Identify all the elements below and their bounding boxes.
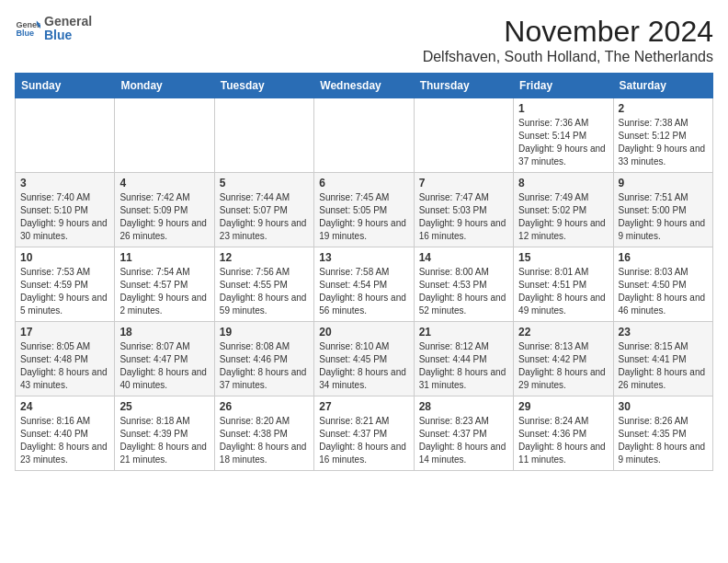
day-info: Sunrise: 7:58 AM Sunset: 4:54 PM Dayligh… xyxy=(319,266,408,317)
day-number: 23 xyxy=(619,326,708,339)
day-info: Sunrise: 8:26 AM Sunset: 4:35 PM Dayligh… xyxy=(619,415,708,466)
day-cell xyxy=(314,98,414,173)
day-info: Sunrise: 8:21 AM Sunset: 4:37 PM Dayligh… xyxy=(319,415,408,466)
weekday-header-saturday: Saturday xyxy=(613,74,712,98)
day-number: 29 xyxy=(518,400,608,413)
day-info: Sunrise: 7:54 AM Sunset: 4:57 PM Dayligh… xyxy=(119,266,209,317)
day-cell: 4Sunrise: 7:42 AM Sunset: 5:09 PM Daylig… xyxy=(115,173,214,247)
day-number: 18 xyxy=(119,326,209,339)
day-cell: 17Sunrise: 8:05 AM Sunset: 4:48 PM Dayli… xyxy=(16,322,115,396)
title-area: November 2024 Delfshaven, South Holland,… xyxy=(423,15,713,65)
weekday-header-tuesday: Tuesday xyxy=(214,74,313,98)
header: General Blue General Blue November 2024 … xyxy=(15,15,713,65)
day-cell xyxy=(115,98,214,173)
day-number: 14 xyxy=(419,251,508,264)
day-number: 17 xyxy=(20,326,109,339)
day-cell: 29Sunrise: 8:24 AM Sunset: 4:36 PM Dayli… xyxy=(514,396,613,471)
day-number: 27 xyxy=(319,400,408,413)
day-number: 1 xyxy=(518,102,608,115)
day-cell: 3Sunrise: 7:40 AM Sunset: 5:10 PM Daylig… xyxy=(16,173,115,247)
calendar-body: 1Sunrise: 7:36 AM Sunset: 5:14 PM Daylig… xyxy=(16,98,713,471)
weekday-row: SundayMondayTuesdayWednesdayThursdayFrid… xyxy=(16,74,713,98)
day-number: 15 xyxy=(518,251,608,264)
day-number: 28 xyxy=(419,400,508,413)
day-info: Sunrise: 8:00 AM Sunset: 4:53 PM Dayligh… xyxy=(419,266,508,317)
day-info: Sunrise: 8:12 AM Sunset: 4:44 PM Dayligh… xyxy=(419,340,508,392)
day-info: Sunrise: 8:20 AM Sunset: 4:38 PM Dayligh… xyxy=(220,415,309,466)
day-number: 11 xyxy=(119,251,209,264)
day-number: 26 xyxy=(220,400,309,413)
day-cell: 15Sunrise: 8:01 AM Sunset: 4:51 PM Dayli… xyxy=(514,247,613,322)
day-cell: 27Sunrise: 8:21 AM Sunset: 4:37 PM Dayli… xyxy=(314,396,414,471)
month-title: November 2024 xyxy=(423,15,713,49)
day-cell xyxy=(16,98,115,173)
day-cell xyxy=(214,98,313,173)
weekday-header-friday: Friday xyxy=(514,74,613,98)
day-cell: 21Sunrise: 8:12 AM Sunset: 4:44 PM Dayli… xyxy=(414,322,513,396)
day-info: Sunrise: 7:49 AM Sunset: 5:02 PM Dayligh… xyxy=(518,191,608,243)
day-cell: 23Sunrise: 8:15 AM Sunset: 4:41 PM Dayli… xyxy=(613,322,712,396)
day-cell: 24Sunrise: 8:16 AM Sunset: 4:40 PM Dayli… xyxy=(16,396,115,471)
day-info: Sunrise: 7:40 AM Sunset: 5:10 PM Dayligh… xyxy=(20,191,109,243)
day-cell: 25Sunrise: 8:18 AM Sunset: 4:39 PM Dayli… xyxy=(115,396,214,471)
day-info: Sunrise: 7:36 AM Sunset: 5:14 PM Dayligh… xyxy=(518,117,608,168)
day-cell: 7Sunrise: 7:47 AM Sunset: 5:03 PM Daylig… xyxy=(414,173,513,247)
day-info: Sunrise: 7:38 AM Sunset: 5:12 PM Dayligh… xyxy=(619,117,708,168)
day-cell: 30Sunrise: 8:26 AM Sunset: 4:35 PM Dayli… xyxy=(613,396,712,471)
day-info: Sunrise: 8:05 AM Sunset: 4:48 PM Dayligh… xyxy=(20,340,109,392)
day-info: Sunrise: 7:44 AM Sunset: 5:07 PM Dayligh… xyxy=(220,191,309,243)
day-cell: 2Sunrise: 7:38 AM Sunset: 5:12 PM Daylig… xyxy=(613,98,712,173)
day-info: Sunrise: 8:01 AM Sunset: 4:51 PM Dayligh… xyxy=(518,266,608,317)
day-cell: 16Sunrise: 8:03 AM Sunset: 4:50 PM Dayli… xyxy=(613,247,712,322)
weekday-header-wednesday: Wednesday xyxy=(314,74,414,98)
weekday-header-thursday: Thursday xyxy=(414,74,513,98)
day-cell: 19Sunrise: 8:08 AM Sunset: 4:46 PM Dayli… xyxy=(214,322,313,396)
logo-icon: General Blue xyxy=(15,16,40,41)
day-info: Sunrise: 7:47 AM Sunset: 5:03 PM Dayligh… xyxy=(419,191,508,243)
logo-line2: Blue xyxy=(44,29,92,42)
day-cell: 26Sunrise: 8:20 AM Sunset: 4:38 PM Dayli… xyxy=(214,396,313,471)
day-cell: 13Sunrise: 7:58 AM Sunset: 4:54 PM Dayli… xyxy=(314,247,414,322)
day-number: 3 xyxy=(20,177,109,190)
day-cell: 12Sunrise: 7:56 AM Sunset: 4:55 PM Dayli… xyxy=(214,247,313,322)
week-row-5: 24Sunrise: 8:16 AM Sunset: 4:40 PM Dayli… xyxy=(16,396,713,471)
day-number: 4 xyxy=(119,177,209,190)
week-row-2: 3Sunrise: 7:40 AM Sunset: 5:10 PM Daylig… xyxy=(16,173,713,247)
day-number: 24 xyxy=(20,400,109,413)
day-info: Sunrise: 8:16 AM Sunset: 4:40 PM Dayligh… xyxy=(20,415,109,466)
day-cell: 20Sunrise: 8:10 AM Sunset: 4:45 PM Dayli… xyxy=(314,322,414,396)
day-info: Sunrise: 8:08 AM Sunset: 4:46 PM Dayligh… xyxy=(220,340,309,392)
day-number: 6 xyxy=(319,177,408,190)
weekday-header-sunday: Sunday xyxy=(16,74,115,98)
day-number: 2 xyxy=(619,102,708,115)
day-number: 22 xyxy=(518,326,608,339)
day-info: Sunrise: 8:13 AM Sunset: 4:42 PM Dayligh… xyxy=(518,340,608,392)
day-cell: 6Sunrise: 7:45 AM Sunset: 5:05 PM Daylig… xyxy=(314,173,414,247)
day-cell: 11Sunrise: 7:54 AM Sunset: 4:57 PM Dayli… xyxy=(115,247,214,322)
day-cell: 8Sunrise: 7:49 AM Sunset: 5:02 PM Daylig… xyxy=(514,173,613,247)
day-info: Sunrise: 8:18 AM Sunset: 4:39 PM Dayligh… xyxy=(119,415,209,466)
day-cell: 18Sunrise: 8:07 AM Sunset: 4:47 PM Dayli… xyxy=(115,322,214,396)
day-cell: 14Sunrise: 8:00 AM Sunset: 4:53 PM Dayli… xyxy=(414,247,513,322)
day-number: 10 xyxy=(20,251,109,264)
day-cell: 22Sunrise: 8:13 AM Sunset: 4:42 PM Dayli… xyxy=(514,322,613,396)
week-row-4: 17Sunrise: 8:05 AM Sunset: 4:48 PM Dayli… xyxy=(16,322,713,396)
day-info: Sunrise: 8:24 AM Sunset: 4:36 PM Dayligh… xyxy=(518,415,608,466)
day-number: 12 xyxy=(220,251,309,264)
day-number: 9 xyxy=(619,177,708,190)
day-number: 13 xyxy=(319,251,408,264)
calendar: SundayMondayTuesdayWednesdayThursdayFrid… xyxy=(15,73,713,471)
day-number: 21 xyxy=(419,326,508,339)
day-number: 30 xyxy=(619,400,708,413)
logo: General Blue General Blue xyxy=(15,15,92,43)
day-info: Sunrise: 8:15 AM Sunset: 4:41 PM Dayligh… xyxy=(619,340,708,392)
week-row-1: 1Sunrise: 7:36 AM Sunset: 5:14 PM Daylig… xyxy=(16,98,713,173)
day-info: Sunrise: 7:56 AM Sunset: 4:55 PM Dayligh… xyxy=(220,266,309,317)
day-info: Sunrise: 7:53 AM Sunset: 4:59 PM Dayligh… xyxy=(20,266,109,317)
day-number: 25 xyxy=(119,400,209,413)
logo-text: General Blue xyxy=(44,15,92,43)
day-number: 19 xyxy=(220,326,309,339)
day-number: 7 xyxy=(419,177,508,190)
day-info: Sunrise: 8:23 AM Sunset: 4:37 PM Dayligh… xyxy=(419,415,508,466)
day-number: 8 xyxy=(518,177,608,190)
